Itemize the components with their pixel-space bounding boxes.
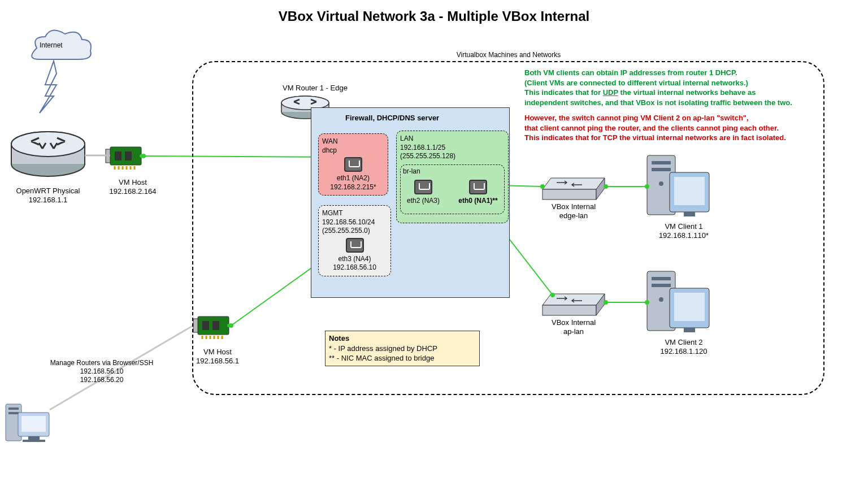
switch1-name: VBox Internal [540,202,607,211]
mgmt-ip1: 192.168.56.10 [34,367,170,376]
openwrt-router-icon [11,132,85,176]
openwrt-ip: 192.168.1.1 [8,196,88,205]
notes-box: Notes * - IP address assigned by DHCP **… [325,331,480,366]
svg-rect-7 [125,151,132,161]
svg-point-37 [141,154,146,158]
internet-link-icon [40,61,57,113]
mgmt-title: Manage Routers via Browser/SSH [34,359,170,367]
brlan-name: br-lan [403,167,502,176]
wan-iface: eth1 (NA2) [322,174,384,183]
svg-rect-36 [23,440,45,442]
wan-box: WAN dhcp eth1 (NA2) 192.168.2.215* [318,133,388,196]
svg-rect-5 [106,149,110,163]
svg-rect-4 [110,147,141,165]
commentary-l3: This indicates that for UDP the virtual … [524,88,824,98]
openwrt-name: OpenWRT Physical [8,187,88,196]
eth2-label: eth2 (NA3) [406,197,440,206]
mgmt-text: Manage Routers via Browser/SSH 192.168.5… [34,359,170,384]
wan-port-icon [344,157,362,172]
eth0-port-icon [469,180,487,194]
switch1-label: VBox Internal edge-lan [540,202,607,221]
svg-rect-32 [8,412,19,414]
vmhost-top-ip: 192.168.2.164 [99,187,167,196]
svg-rect-31 [8,407,19,410]
brlan-box: br-lan eth2 (NA3) eth0 (NA1)** [400,164,505,214]
lan-box: LAN 192.168.1.1/25 (255.255.255.128) br-… [396,131,509,223]
svg-rect-34 [21,416,46,432]
diagram-title: VBox Virtual Network 3a - Multiple VBox … [0,8,868,24]
lan-name: LAN [400,135,505,144]
svg-rect-35 [28,436,40,440]
notes-n1: * - IP address assigned by DHCP [329,344,476,354]
commentary-l3b: UDP [603,88,618,97]
switch2-name: VBox Internal [540,318,607,327]
svg-rect-6 [115,151,121,161]
client1-name: VM Client 1 [650,222,718,231]
svg-point-8 [140,154,143,158]
diagram-canvas: VBox Virtual Network 3a - Multiple VBox … [0,0,868,477]
openwrt-label: OpenWRT Physical 192.168.1.1 [8,187,88,205]
svg-point-0 [11,151,85,176]
client1-label: VM Client 1 192.168.1.110* [650,222,718,241]
vbox-container-label: Virtualbox Machines and Networks [429,51,588,59]
lan-cidr: 192.168.1.1/25 [400,144,505,153]
notes-title: Notes [329,333,476,344]
wan-name: WAN [322,137,384,146]
mgmt-mask: (255.255.255.0) [322,227,387,236]
mgmt-name: MGMT [322,209,387,218]
commentary-l3c: the virtual internal networks behave as [618,88,756,97]
router1-title: VM Router 1 - Edge [283,84,348,92]
svg-rect-33 [18,413,49,436]
vmhost-top-name: VM Host [99,178,167,187]
mgmt-pc-icon [6,404,49,442]
nic-top-icon [106,147,143,170]
switch2-label: VBox Internal ap-lan [540,318,607,337]
commentary-l6: that client cannot ping the router, and … [524,123,824,133]
commentary-l1: Both VM clients can obtain IP addresses … [524,68,824,78]
commentary-l5: However, the switch cannot ping VM Clien… [524,113,824,123]
client2-ip: 192.168.1.120 [650,347,718,356]
switch1-net: edge-lan [540,211,607,220]
svg-point-1 [11,132,85,157]
vmhost-top-label: VM Host 192.168.2.164 [99,178,167,197]
svg-rect-30 [6,404,21,441]
commentary-l4: independent switches, and that VBox is n… [524,98,824,108]
switch2-net: ap-lan [540,327,607,336]
commentary-block: Both VM clients can obtain IP addresses … [524,68,824,143]
notes-n2: ** - NIC MAC assigned to bridge [329,353,476,363]
client2-label: VM Client 2 192.168.1.120 [650,338,718,357]
lan-mask: (255.255.255.128) [400,152,505,161]
wan-mode: dhcp [322,146,384,155]
mgmt-ip: 192.168.56.10 [322,263,387,272]
client1-ip: 192.168.1.110* [650,231,718,240]
eth0-label: eth0 (NA1)** [455,197,501,206]
commentary-l3a: This indicates that for [524,88,603,97]
commentary-l2: (Client VMs are connected to different v… [524,78,824,88]
internet-label: Internet [40,41,63,50]
mgmt-iface: eth3 (NA4) [322,255,387,264]
router1-services: Firewall, DHCP/DNS server [345,114,509,122]
client2-name: VM Client 2 [650,338,718,347]
commentary-l7: This indicates that for TCP the virtual … [524,133,824,143]
router1-box: Firewall, DHCP/DNS server WAN dhcp eth1 … [311,107,510,298]
wan-ip: 192.168.2.215* [322,183,384,192]
mgmt-cidr: 192.168.56.10/24 [322,218,387,227]
mgmt-box: MGMT 192.168.56.10/24 (255.255.255.0) et… [318,205,391,276]
eth2-port-icon [414,180,432,194]
mgmt-ip2: 192.168.56.20 [34,376,170,384]
mgmt-port-icon [346,238,364,253]
